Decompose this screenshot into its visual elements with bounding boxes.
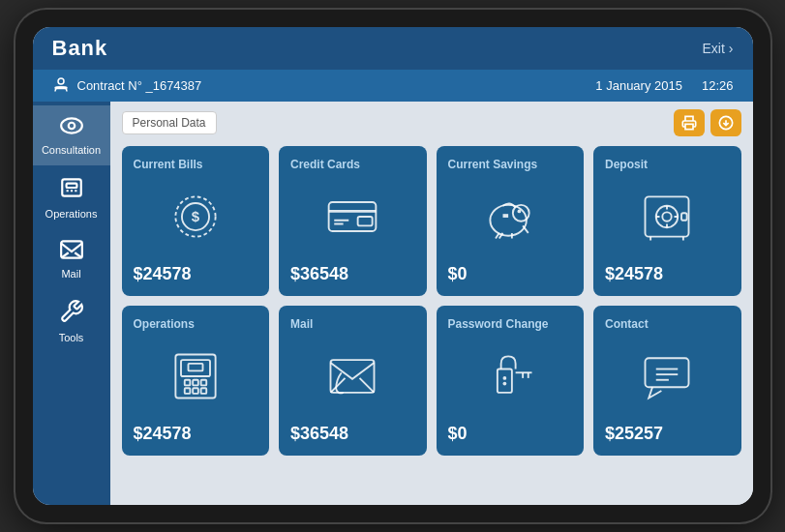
svg-rect-48: [498, 369, 512, 393]
eye-icon: [59, 115, 84, 140]
chat-icon: [638, 347, 696, 405]
datetime-area: 1 January 2015 12:26: [595, 78, 733, 93]
card-operations[interactable]: Operations: [122, 306, 270, 456]
card-current-savings[interactable]: Current Savings: [437, 146, 585, 296]
card-credit-cards[interactable]: Credit Cards $36548: [279, 146, 427, 296]
credit-card-icon: [323, 188, 381, 246]
card-deposit[interactable]: Deposit: [593, 146, 741, 296]
password-icon: [481, 347, 539, 405]
atm-machine-icon: [166, 347, 225, 405]
svg-rect-44: [188, 364, 202, 371]
svg-point-28: [663, 212, 672, 221]
card-icon-area-password-change: [448, 335, 573, 418]
cards-grid: Current Bills $ $24578 Credit Cards: [122, 146, 741, 456]
card-current-bills[interactable]: Current Bills $ $24578: [122, 146, 270, 296]
svg-point-3: [68, 123, 75, 130]
operations-label: Operations: [45, 208, 98, 220]
subheader: Contract N° _1674387 1 January 2015 12:2…: [33, 70, 753, 102]
svg-line-47: [360, 378, 375, 393]
svg-rect-45: [331, 360, 375, 393]
svg-rect-12: [685, 124, 693, 129]
sidebar-item-mail[interactable]: Mail: [33, 229, 110, 289]
card-title-credit-cards: Credit Cards: [290, 158, 360, 171]
svg-rect-41: [185, 388, 191, 394]
card-icon-area-current-bills: $: [134, 175, 258, 258]
app-header: Bank Exit ›: [33, 27, 753, 70]
card-title-contact: Contact: [605, 317, 649, 331]
card-password-change[interactable]: Password Change: [437, 306, 585, 456]
svg-rect-38: [185, 380, 191, 386]
svg-rect-5: [66, 184, 76, 188]
card-title-current-savings: Current Savings: [448, 158, 538, 171]
card-title-current-bills: Current Bills: [134, 158, 203, 171]
date-display: 1 January 2015: [595, 78, 682, 93]
download-icon-btn[interactable]: [710, 109, 741, 136]
piggy-icon: [481, 188, 539, 246]
svg-point-50: [502, 382, 506, 386]
atm-icon: [59, 175, 84, 204]
card-value-mail: $36548: [290, 424, 348, 444]
svg-point-24: [517, 210, 521, 214]
card-icon-area-mail: [290, 335, 415, 418]
card-title-deposit: Deposit: [605, 158, 648, 171]
sidebar: Consultation Operations: [33, 102, 110, 505]
card-title-password-change: Password Change: [448, 317, 549, 331]
coin-icon: $: [166, 188, 225, 246]
safe-icon: [638, 188, 696, 246]
svg-text:$: $: [192, 208, 200, 224]
svg-rect-42: [193, 388, 198, 394]
card-mail[interactable]: Mail $36548: [279, 306, 427, 456]
sidebar-item-tools[interactable]: Tools: [33, 289, 110, 353]
svg-point-0: [58, 78, 64, 84]
svg-rect-25: [503, 215, 507, 217]
card-value-deposit: $24578: [605, 264, 663, 284]
card-icon-area-deposit: [605, 175, 730, 258]
card-value-credit-cards: $36548: [290, 264, 348, 284]
card-title-mail: Mail: [290, 317, 313, 331]
card-value-current-savings: $0: [448, 264, 468, 284]
svg-rect-40: [200, 380, 206, 386]
user-icon: [52, 75, 70, 96]
app-title: Bank: [52, 36, 108, 61]
card-value-password-change: $0: [448, 424, 468, 444]
svg-point-2: [61, 118, 82, 133]
card-icon-area-current-savings: [448, 175, 573, 258]
content-area: Personal Data: [110, 102, 753, 505]
sidebar-item-operations[interactable]: Operations: [33, 165, 110, 229]
main-area: Consultation Operations: [33, 102, 753, 505]
tools-label: Tools: [59, 332, 84, 343]
tools-icon: [59, 299, 84, 328]
envelope-icon: [323, 347, 381, 405]
svg-rect-54: [646, 358, 689, 387]
card-title-operations: Operations: [134, 317, 195, 331]
svg-rect-43: [200, 388, 206, 394]
card-value-contact: $25257: [605, 424, 663, 444]
card-icon-area-credit-cards: [290, 175, 415, 258]
time-display: 12:26: [702, 78, 734, 93]
svg-rect-33: [681, 213, 687, 221]
contract-label: Contract N° _1674387: [77, 78, 202, 93]
card-value-operations: $24578: [134, 424, 192, 444]
card-icon-area-operations: [134, 335, 258, 418]
svg-rect-37: [181, 360, 210, 376]
print-icon-btn[interactable]: [674, 109, 705, 136]
contract-info: Contract N° _1674387: [52, 75, 202, 96]
mail-label: Mail: [61, 268, 80, 280]
tablet-screen: Bank Exit › Contract N° _1674387 1 Janua…: [33, 27, 753, 505]
svg-rect-39: [193, 380, 198, 386]
tablet-frame: Bank Exit › Contract N° _1674387 1 Janua…: [15, 10, 770, 522]
svg-point-49: [502, 376, 506, 380]
card-value-current-bills: $24578: [134, 264, 192, 284]
mail-icon: [59, 239, 84, 264]
svg-rect-21: [358, 217, 373, 225]
section-label: Personal Data: [122, 111, 217, 134]
card-contact[interactable]: Contact $25257: [593, 306, 741, 456]
sidebar-item-consultation[interactable]: Consultation: [33, 105, 110, 165]
consultation-label: Consultation: [42, 144, 101, 156]
card-icon-area-contact: [605, 335, 730, 418]
content-header: Personal Data: [122, 109, 741, 136]
header-action-icons: [674, 109, 741, 136]
exit-button[interactable]: Exit ›: [702, 41, 733, 56]
